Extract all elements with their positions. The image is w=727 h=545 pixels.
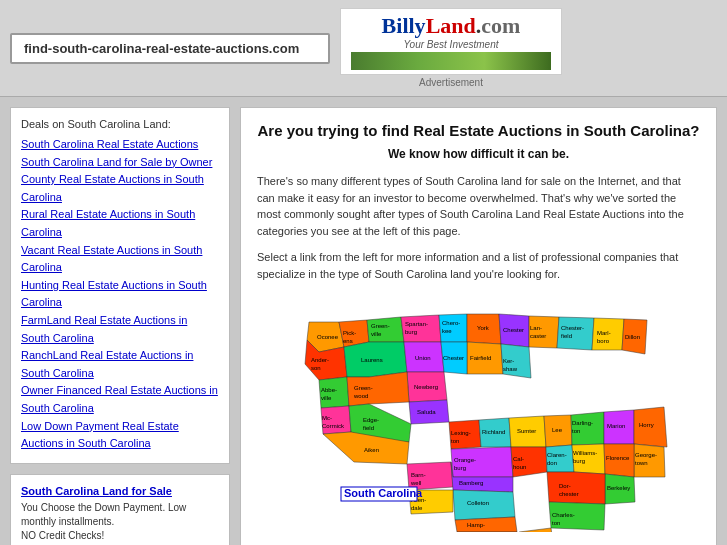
logo-tagline: Your Best Investment: [403, 39, 498, 50]
county-darlington[interactable]: [571, 412, 604, 445]
sidebar-link-6[interactable]: Hunting Real Estate Auctions in South Ca…: [21, 277, 219, 312]
sidebar-link-2[interactable]: South Carolina Land for Sale by Owner: [21, 154, 219, 172]
county-chesterfield[interactable]: [557, 317, 594, 350]
county-newberry[interactable]: [407, 372, 447, 402]
advertisement-label: Advertisement: [419, 77, 483, 88]
sidebar-link-3[interactable]: County Real Estate Auctions in South Car…: [21, 171, 219, 206]
county-colleton[interactable]: [453, 490, 515, 520]
county-barnwell[interactable]: [407, 462, 453, 490]
sidebar-link-10[interactable]: Low Down Payment Real Estate Auctions in…: [21, 418, 219, 453]
county-dillon[interactable]: [622, 319, 647, 354]
sidebar-section-title: Deals on South Carolina Land:: [21, 118, 219, 130]
county-lee[interactable]: [544, 415, 572, 447]
land-desc-2: NO Credit Checks!: [21, 529, 219, 543]
sidebar-link-5[interactable]: Vacant Real Estate Auctions in South Car…: [21, 242, 219, 277]
county-orangeburg[interactable]: [451, 447, 513, 477]
county-kershaw[interactable]: [501, 344, 531, 378]
county-york[interactable]: [467, 314, 501, 344]
sidebar-link-7[interactable]: FarmLand Real Estate Auctions in South C…: [21, 312, 219, 347]
county-calhoun[interactable]: [511, 447, 547, 477]
county-georgetown[interactable]: [634, 444, 665, 477]
county-spartanburg[interactable]: [401, 315, 441, 342]
sidebar-link-1[interactable]: South Carolina Real Estate Auctions: [21, 136, 219, 154]
county-dorchester[interactable]: [547, 472, 605, 504]
county-abbeville[interactable]: [319, 377, 349, 408]
county-cherokee[interactable]: [439, 314, 467, 342]
content-para2: Select a link from the left for more inf…: [257, 249, 700, 282]
sidebar-land-box: South Carolina Land for Sale You Choose …: [10, 474, 230, 545]
county-williamsburg[interactable]: [572, 444, 605, 474]
logo-text: BillyLand.com: [382, 13, 521, 39]
domain-display: find-south-carolina-real-estate-auctions…: [10, 33, 330, 64]
county-sumter[interactable]: [509, 416, 546, 447]
county-berkeley[interactable]: [605, 474, 635, 504]
sc-map: Oconee Pick- ens Green- ville Spartan- b…: [289, 292, 669, 532]
county-saluda[interactable]: [409, 400, 449, 424]
county-chester[interactable]: [499, 314, 529, 347]
sidebar-land-title-link[interactable]: South Carolina Land for Sale: [21, 485, 219, 497]
county-beaufort[interactable]: [519, 528, 553, 532]
content-area: Are you trying to find Real Estate Aucti…: [240, 107, 717, 545]
sidebar-link-4[interactable]: Rural Real Estate Auctions in South Caro…: [21, 206, 219, 241]
county-laurens[interactable]: [344, 342, 407, 377]
county-clarendon[interactable]: [546, 445, 574, 472]
sidebar-links-box: Deals on South Carolina Land: South Caro…: [10, 107, 230, 464]
county-horry[interactable]: [634, 407, 667, 447]
sidebar-link-9[interactable]: Owner Financed Real Estate Auctions in S…: [21, 382, 219, 417]
county-florence[interactable]: [604, 444, 634, 477]
sidebar-link-8[interactable]: RanchLand Real Estate Auctions in South …: [21, 347, 219, 382]
county-marion[interactable]: [604, 410, 634, 444]
map-container: Oconee Pick- ens Green- ville Spartan- b…: [257, 292, 700, 532]
county-lexington[interactable]: [449, 420, 481, 449]
county-marlboro[interactable]: [592, 318, 624, 350]
county-chester2[interactable]: [441, 342, 467, 374]
county-mccormick[interactable]: [321, 406, 351, 434]
county-greenville[interactable]: [367, 317, 404, 342]
logo-bg-strip: [351, 52, 551, 70]
county-lancaster[interactable]: [529, 316, 559, 348]
county-union[interactable]: [404, 342, 444, 372]
content-heading: Are you trying to find Real Estate Aucti…: [257, 122, 700, 139]
county-charleston[interactable]: [549, 502, 605, 530]
county-fairfield[interactable]: [467, 342, 503, 374]
svg-text:South Carolina: South Carolina: [344, 487, 423, 499]
land-desc-1: You Choose the Down Payment. Low monthly…: [21, 501, 219, 529]
content-subtitle: We know how difficult it can be.: [257, 147, 700, 161]
county-richland[interactable]: [479, 418, 511, 447]
county-greenwood[interactable]: [347, 372, 409, 406]
billyland-logo[interactable]: BillyLand.com Your Best Investment: [340, 8, 562, 75]
content-para1: There's so many different types of South…: [257, 173, 700, 239]
